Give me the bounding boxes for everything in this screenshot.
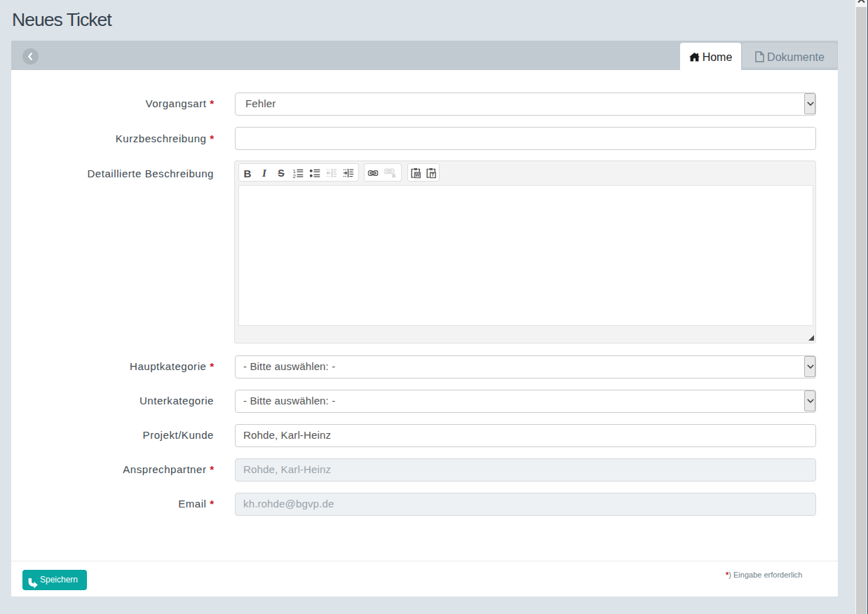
svg-text:2: 2: [293, 173, 297, 178]
svg-text:W: W: [415, 172, 420, 177]
